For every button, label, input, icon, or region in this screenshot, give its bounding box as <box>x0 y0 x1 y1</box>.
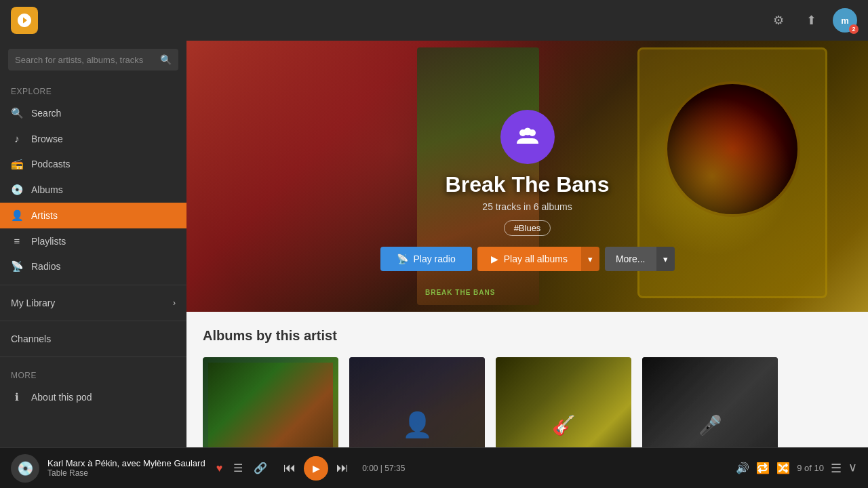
play-icon: ▶ <box>491 253 498 264</box>
chevron-right-icon: › <box>173 298 176 308</box>
album-thumb-4: 🎤 ▶ <box>642 357 778 447</box>
sidebar-item-label: Artists <box>31 210 58 221</box>
album-art-3: 🎸 <box>496 357 631 447</box>
top-bar: ⚙ ⬆ m 2 <box>0 0 868 41</box>
hero-content: Break The Bans 25 tracks in 6 albums #Bl… <box>358 110 697 271</box>
player-time: 0:00 | 57:35 <box>362 464 405 473</box>
sidebar-item-albums[interactable]: 💿 Albums <box>0 177 186 203</box>
sidebar-item-label: Radios <box>31 261 61 272</box>
notification-badge: 2 <box>849 24 859 34</box>
podcasts-icon: 📻 <box>11 158 23 170</box>
albums-section-title: Albums by this artist <box>203 328 852 344</box>
favorite-button[interactable]: ♥ <box>214 460 226 477</box>
genre-tag[interactable]: #Blues <box>504 220 551 236</box>
play-radio-button[interactable]: 📡 Play radio <box>380 247 472 271</box>
settings-icon[interactable]: ⚙ <box>768 9 789 31</box>
sidebar-item-artists[interactable]: 👤 Artists <box>0 203 186 228</box>
about-label: About this pod <box>31 392 92 403</box>
share-button[interactable]: 🔗 <box>251 459 270 477</box>
play-all-dropdown-button[interactable]: ▾ <box>581 247 599 271</box>
artist-name: Break The Bans <box>358 172 697 197</box>
player-right-controls: 🔊 🔁 🔀 9 of 10 ☰ ∧ <box>736 461 857 476</box>
queue-button[interactable]: ☰ <box>231 459 245 477</box>
hero-actions: 📡 Play radio ▶ Play all albums ▾ More...… <box>358 247 697 271</box>
app-logo[interactable] <box>11 7 38 34</box>
more-button[interactable]: More... <box>605 247 656 271</box>
play-all-button[interactable]: ▶ Play all albums <box>477 247 581 271</box>
sidebar-item-label: Albums <box>31 184 63 195</box>
playlists-icon: ≡ <box>11 235 23 247</box>
channels-label: Channels <box>11 333 51 344</box>
sidebar-search-container: 🔍 <box>0 41 186 79</box>
main-layout: 🔍 Explore 🔍 Search ♪ Browse 📻 Podcasts 💿… <box>0 41 868 447</box>
browse-icon: ♪ <box>11 133 23 144</box>
bottom-player: 💿 Karl Marx à Pékin, avec Mylène Gaulard… <box>0 447 868 488</box>
album-thumb-2: 👤 ▶ <box>349 357 485 447</box>
album-card[interactable]: 🎤 ▶ <box>642 357 778 447</box>
sidebar-item-label: Playlists <box>31 236 66 247</box>
svg-point-2 <box>524 128 531 136</box>
sidebar: 🔍 Explore 🔍 Search ♪ Browse 📻 Podcasts 💿… <box>0 41 186 447</box>
player-artist-name: Table Rase <box>47 468 205 478</box>
queue-list-button[interactable]: ☰ <box>831 461 842 476</box>
albums-section: Albums by this artist BREAK THE BANS ▶ <box>186 312 868 447</box>
album-art-1: BREAK THE BANS <box>203 357 338 447</box>
player-controls: ⏮ ▶ ⏭ <box>283 456 349 481</box>
repeat-button[interactable]: 🔁 <box>756 462 770 474</box>
sidebar-item-channels[interactable]: Channels <box>0 327 186 351</box>
play-pause-button[interactable]: ▶ <box>304 456 328 481</box>
upload-icon[interactable]: ⬆ <box>800 9 822 31</box>
album-card[interactable]: 👤 ▶ <box>349 357 485 447</box>
next-button[interactable]: ⏭ <box>336 461 349 475</box>
albums-icon: 💿 <box>11 184 23 196</box>
play-all-group: ▶ Play all albums ▾ <box>477 247 599 271</box>
artist-hero: BREAK THE BANS Break The Bans 25 tracks … <box>186 41 868 312</box>
sidebar-divider-3 <box>0 357 186 357</box>
sidebar-item-browse[interactable]: ♪ Browse <box>0 126 186 151</box>
sidebar-divider-1 <box>0 285 186 285</box>
prev-button[interactable]: ⏮ <box>283 461 296 475</box>
album-card[interactable]: BREAK THE BANS ▶ <box>203 357 338 447</box>
albums-grid: BREAK THE BANS ▶ 👤 ▶ <box>203 357 852 447</box>
search-nav-icon: 🔍 <box>11 107 23 119</box>
artist-tracks: 25 tracks in 6 albums <box>358 201 697 212</box>
artists-icon: 👤 <box>11 209 23 222</box>
sidebar-item-label: Browse <box>31 134 63 144</box>
sidebar-divider-2 <box>0 321 186 321</box>
player-action-buttons: ♥ ☰ 🔗 <box>214 459 271 477</box>
explore-label: Explore <box>0 79 186 100</box>
more-dropdown-button[interactable]: ▾ <box>656 247 675 271</box>
user-avatar[interactable]: m 2 <box>833 8 857 33</box>
album-art-2: 👤 <box>349 357 485 447</box>
more-group: More... ▾ <box>605 247 675 271</box>
queue-info: 9 of 10 <box>797 463 824 473</box>
shuffle-button[interactable]: 🔀 <box>776 462 790 474</box>
radio-icon: 📡 <box>397 253 408 264</box>
my-library-label: My Library <box>11 298 55 308</box>
content-area: BREAK THE BANS Break The Bans 25 tracks … <box>186 41 868 447</box>
album-art-4: 🎤 <box>642 357 778 447</box>
player-info: Karl Marx à Pékin, avec Mylène Gaulard T… <box>47 458 205 478</box>
expand-player-button[interactable]: ∧ <box>848 461 857 476</box>
player-album-art: 💿 <box>11 454 39 483</box>
search-icon[interactable]: 🔍 <box>160 54 172 65</box>
sidebar-item-label: Search <box>31 108 61 119</box>
sidebar-item-playlists[interactable]: ≡ Playlists <box>0 228 186 253</box>
volume-button[interactable]: 🔊 <box>736 462 749 474</box>
sidebar-item-search[interactable]: 🔍 Search <box>0 100 186 126</box>
player-track-name: Karl Marx à Pékin, avec Mylène Gaulard <box>47 458 205 468</box>
album-card[interactable]: 🎸 ▶ <box>496 357 631 447</box>
more-section-label: More <box>0 363 186 384</box>
sidebar-item-my-library[interactable]: My Library › <box>0 291 186 315</box>
search-input[interactable] <box>15 55 155 65</box>
sidebar-item-label: Podcasts <box>31 159 71 169</box>
album-thumb-3: 🎸 ▶ <box>496 357 631 447</box>
radios-icon: 📡 <box>11 260 23 272</box>
album-thumb-1: BREAK THE BANS ▶ <box>203 357 338 447</box>
sidebar-item-podcasts[interactable]: 📻 Podcasts <box>0 151 186 177</box>
sidebar-item-radios[interactable]: 📡 Radios <box>0 253 186 279</box>
sidebar-item-about[interactable]: ℹ About this pod <box>0 384 186 410</box>
search-box: 🔍 <box>8 49 178 70</box>
info-icon: ℹ <box>11 391 23 403</box>
artist-icon <box>500 110 555 164</box>
